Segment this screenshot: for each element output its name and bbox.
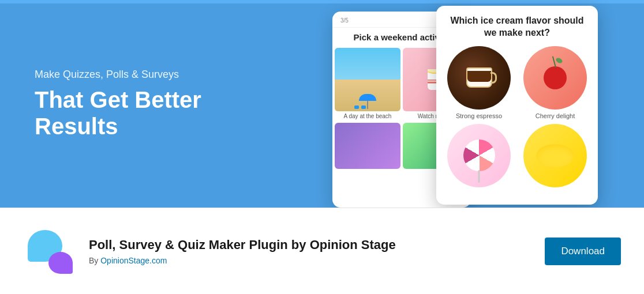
beach-image [335,48,400,111]
chair-1 [354,105,359,109]
cherry-body [544,66,567,89]
info-bar: Poll, Survey & Quiz Maker Plugin by Opin… [0,208,644,294]
by-label: By [89,256,98,265]
author-link[interactable]: OpinionStage.com [100,256,167,265]
flavor-espresso: Strong espresso [443,46,515,119]
coffee-liquid [467,71,491,82]
person-image [335,123,400,169]
espresso-label: Strong espresso [456,112,502,119]
cherry-stem [552,56,556,67]
coffee-background [447,46,511,110]
flavor-lollipop [443,124,515,190]
flavor-cherry: Cherry delight [519,46,591,119]
coffee-cup [466,67,492,88]
hero-banner: Make Quizzes, Polls & Surveys That Get B… [0,0,644,208]
lemon [537,144,574,167]
espresso-circle [447,46,511,110]
lollipop-background [447,124,511,187]
plugin-name: Poll, Survey & Quiz Maker Plugin by Opin… [89,237,531,254]
card-right-title: Which ice cream flavor should we make ne… [436,6,598,46]
lemon-background [523,124,587,187]
plugin-info: Poll, Survey & Quiz Maker Plugin by Opin… [89,237,531,265]
hero-subtitle: Make Quizzes, Polls & Surveys [35,69,277,81]
beach-sky [335,48,400,80]
cherry-circle [523,46,587,110]
lollipop [463,140,495,171]
umbrella-top [359,94,376,101]
umbrella-pole [367,101,368,109]
cherry-leaf [555,56,563,64]
hero-title: That Get Better Results [35,86,277,140]
download-button[interactable]: Download [545,238,621,265]
grid-item-beach: A day at the beach [335,48,400,120]
bubble-small-icon [48,252,73,274]
lemon-circle [523,124,587,187]
lollipop-circle [447,124,511,187]
chair-2 [361,105,366,109]
hero-text-block: Make Quizzes, Polls & Surveys That Get B… [35,69,277,140]
flavors-grid: Strong espresso Cherry deli [436,46,598,195]
beach-umbrella [359,94,376,105]
flavor-lemon [519,124,591,190]
beach-label: A day at the beach [335,111,400,120]
cherry-label: Cherry delight [536,112,575,119]
cherry-background [523,46,587,110]
hero-screenshots: 3/5 Pick a weekend activity [321,0,644,208]
plugin-by: By OpinionStage.com [89,256,531,265]
beach-sand [335,80,400,111]
plugin-icon [23,225,75,277]
card-mockup-right: Which ice cream flavor should we make ne… [436,6,598,205]
beach-chairs [354,105,366,109]
